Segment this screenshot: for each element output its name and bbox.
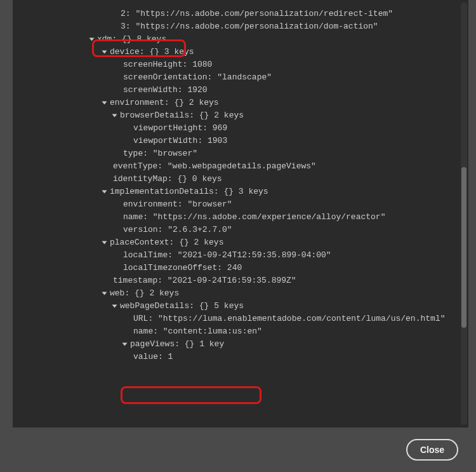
tree-row: 3: "https://ns.adobe.com/personalization… — [19, 20, 453, 33]
tree-row: version: "2.6.3+2.7.0" — [19, 224, 453, 236]
tree-row: screenHeight: 1080 — [19, 58, 453, 71]
tree-row: 2: "https://ns.adobe.com/personalization… — [19, 8, 453, 20]
tree-row: eventType: "web.webpagedetails.pageViews… — [19, 160, 453, 173]
scrollbar-thumb[interactable] — [461, 167, 466, 328]
tree-row-xdm[interactable]: xdm: {} 8 keys — [19, 33, 453, 46]
tree-row-web[interactable]: web: {} 2 keys — [19, 287, 453, 300]
tree-row: environment: "browser" — [19, 198, 453, 211]
tree-row: localTime: "2021-09-24T12:59:35.899-04:0… — [19, 249, 453, 262]
close-button[interactable]: Close — [406, 439, 458, 461]
tree-row: type: "browser" — [19, 147, 453, 160]
tree-row: localTimezoneOffset: 240 — [19, 262, 453, 274]
modal-footer: Close — [0, 428, 476, 472]
tree-row-browser-details[interactable]: browserDetails: {} 2 keys — [19, 109, 453, 122]
tree-row-name: name: "content:luma:us:en" — [19, 325, 453, 338]
caret-down-icon — [102, 241, 107, 245]
caret-down-icon — [102, 102, 107, 105]
tree-row: screenOrientation: "landscape" — [19, 71, 453, 84]
json-tree-modal: 2: "https://ns.adobe.com/personalization… — [13, 0, 468, 428]
tree-row: screenWidth: 1920 — [19, 84, 453, 97]
caret-down-icon — [102, 292, 107, 295]
tree-row: timestamp: "2021-09-24T16:59:35.899Z" — [19, 274, 453, 287]
highlight-name — [121, 386, 261, 404]
caret-down-icon — [122, 343, 128, 346]
tree-row-device[interactable]: device: {} 3 keys — [19, 46, 453, 58]
caret-down-icon — [102, 51, 107, 54]
scroll-area[interactable]: 2: "https://ns.adobe.com/personalization… — [13, 0, 459, 428]
caret-down-icon — [89, 38, 95, 41]
tree-row: identityMap: {} 0 keys — [19, 173, 453, 185]
json-tree: 2: "https://ns.adobe.com/personalization… — [19, 8, 453, 363]
tree-row-implementation-details[interactable]: implementationDetails: {} 3 keys — [19, 185, 453, 198]
tree-row: viewportWidth: 1903 — [19, 135, 453, 147]
tree-row: URL: "https://luma.enablementadobe.com/c… — [19, 313, 453, 325]
tree-row-place-context[interactable]: placeContext: {} 2 keys — [19, 236, 453, 249]
tree-row: viewportHeight: 969 — [19, 122, 453, 135]
tree-row-web-page-details[interactable]: webPageDetails: {} 5 keys — [19, 300, 453, 313]
scrollbar-track[interactable] — [461, 3, 467, 425]
caret-down-icon — [112, 305, 117, 308]
tree-row-page-views[interactable]: pageViews: {} 1 key — [19, 338, 453, 351]
tree-row-environment[interactable]: environment: {} 2 keys — [19, 97, 453, 109]
caret-down-icon — [102, 191, 107, 194]
tree-row: name: "https://ns.adobe.com/experience/a… — [19, 211, 453, 224]
tree-row: value: 1 — [19, 351, 453, 363]
caret-down-icon — [112, 114, 117, 118]
